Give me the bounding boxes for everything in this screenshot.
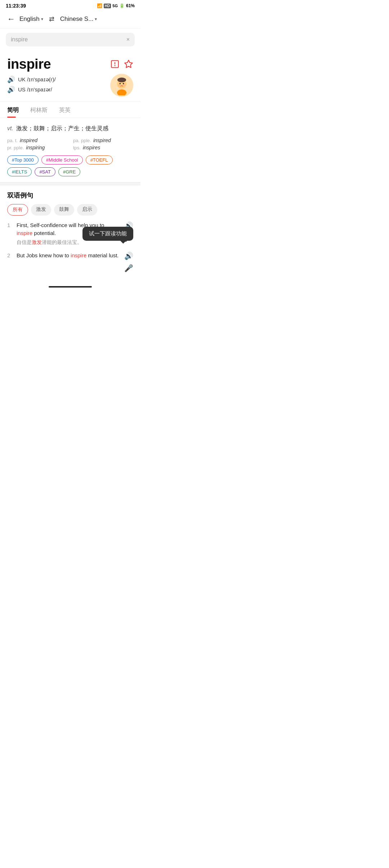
report-button[interactable] [110, 59, 120, 71]
word-forms: pa. t. inspired pa. pple. inspired pr. p… [7, 137, 133, 150]
source-lang-selector[interactable]: English ▾ [19, 15, 43, 23]
signal-icon: 5G [112, 4, 118, 8]
tab-jianming[interactable]: 简明 [7, 101, 26, 118]
example-1-en-after: potential. [32, 230, 56, 236]
example-filters: 所有 激发 鼓舞 启示 [7, 204, 133, 216]
examples-section: 双语例句 所有 激发 鼓舞 启示 1 First, Self-confidenc… [0, 185, 140, 284]
filter-all[interactable]: 所有 [7, 204, 28, 216]
tag-middle-school[interactable]: #Middle School [41, 155, 83, 164]
past-participle-value: inspired [93, 137, 111, 143]
word-avatar [110, 74, 133, 97]
meaning-text: 激发；鼓舞；启示；产生；使生灵感 [16, 125, 108, 131]
search-bar: × [6, 33, 135, 46]
target-lang-arrow: ▾ [95, 17, 97, 22]
status-bar: 11:23:39 📶 HD 5G 🔋 61% [0, 0, 140, 10]
part-of-speech: vt. [7, 125, 13, 131]
tag-toefl[interactable]: #TOEFL [86, 155, 113, 164]
third-person-value: inspires [83, 145, 100, 150]
third-person-label: tps. [73, 145, 81, 150]
past-tense-value: inspired [20, 137, 37, 143]
us-pron-text: US /ɪn'spaɪər/ [18, 86, 52, 93]
target-lang-selector[interactable]: Chinese S... ▾ [60, 15, 97, 23]
svg-point-10 [118, 84, 120, 86]
pronunciations: 🔊 UK /ɪn'spaɪə(r)/ 🔊 US /ɪn'spaɪər/ [7, 76, 56, 94]
example-2-en: But Jobs knew how to inspire material lu… [17, 252, 121, 260]
hd-badge: HD [104, 4, 111, 8]
example-2-en-after: material lust. [86, 252, 119, 258]
search-clear-button[interactable]: × [126, 36, 130, 43]
tooltip-text: 试一下跟读功能 [89, 230, 127, 236]
definition-tabs: 简明 柯林斯 英英 [0, 101, 140, 118]
status-time: 11:23:39 [6, 3, 26, 9]
tab-collins[interactable]: 柯林斯 [30, 101, 55, 118]
target-lang-label: Chinese S... [60, 15, 94, 23]
example-2-actions: 🔊 🎤 [124, 252, 133, 272]
example-1-zh-before: 自信是 [17, 239, 32, 245]
example-1-en-highlight: inspire [17, 230, 32, 236]
filter-inspire1[interactable]: 激发 [31, 204, 51, 216]
example-2-content: But Jobs knew how to inspire material lu… [17, 252, 121, 261]
example-2-en-highlight: inspire [71, 252, 86, 258]
example-2-audio-button[interactable]: 🔊 [124, 252, 133, 260]
past-participle-label: pa. pple. [73, 138, 91, 143]
past-tense-label: pa. t. [7, 138, 18, 143]
form-third-person: tps. inspires [73, 145, 133, 150]
wifi-icon: 📶 [97, 3, 102, 8]
svg-marker-3 [125, 60, 133, 68]
example-1-zh-highlight: 激发 [32, 239, 42, 245]
word-header: inspire 🔊 UK /ɪn'spaɪə(r)/ 🔊 US /ɪn'spaɪ… [7, 56, 133, 97]
present-participle-value: inspiring [26, 145, 45, 150]
bottom-bar [0, 284, 140, 291]
example-2-mic-button[interactable]: 🎤 [124, 264, 133, 272]
status-icons: 📶 HD 5G 🔋 61% [97, 3, 135, 8]
filter-inspire2[interactable]: 鼓舞 [54, 204, 74, 216]
svg-point-8 [119, 83, 121, 84]
us-pronunciation: 🔊 US /ɪn'spaɪər/ [7, 86, 56, 94]
definition-section: vt. 激发；鼓舞；启示；产生；使生灵感 pa. t. inspired pa.… [0, 118, 140, 182]
example-2-num: 2 [7, 252, 13, 258]
tab-english[interactable]: 英英 [59, 101, 78, 118]
favorite-button[interactable] [124, 59, 133, 71]
filter-inspire3[interactable]: 启示 [77, 204, 97, 216]
tag-sat[interactable]: #SAT [35, 167, 55, 176]
uk-audio-button[interactable]: 🔊 [7, 76, 15, 83]
example-2: 2 But Jobs knew how to inspire material … [7, 252, 133, 272]
back-button[interactable]: ← [6, 13, 17, 25]
uk-pron-text: UK /ɪn'spaɪə(r)/ [18, 76, 56, 83]
swap-languages-button[interactable]: ⇄ [49, 15, 54, 23]
battery-level: 61% [126, 3, 135, 8]
svg-point-7 [117, 78, 126, 82]
source-lang-arrow: ▾ [41, 17, 43, 22]
search-input[interactable] [11, 36, 126, 43]
home-indicator [49, 286, 92, 288]
form-present-participle: pr. pple. inspiring [7, 145, 67, 150]
battery-icon: 🔋 [119, 3, 125, 8]
us-audio-button[interactable]: 🔊 [7, 86, 15, 94]
svg-point-2 [115, 65, 115, 66]
svg-point-11 [124, 84, 126, 86]
word-actions [110, 59, 133, 71]
example-1-num: 1 [7, 222, 13, 228]
form-past-participle: pa. pple. inspired [73, 137, 133, 143]
example-2-en-before: But Jobs knew how to [17, 252, 71, 258]
examples-title: 双语例句 [7, 191, 133, 200]
pos-meaning-line: vt. 激发；鼓舞；启示；产生；使生灵感 [7, 124, 133, 133]
source-lang-label: English [19, 15, 40, 23]
uk-pronunciation: 🔊 UK /ɪn'spaɪə(r)/ [7, 76, 56, 83]
present-participle-label: pr. pple. [7, 145, 24, 150]
tag-top3000[interactable]: #Top 3000 [7, 155, 39, 164]
followread-tooltip: 试一下跟读功能 [82, 227, 133, 241]
form-past-tense: pa. t. inspired [7, 137, 67, 143]
word-tags: #Top 3000 #Middle School #TOEFL #IELTS #… [7, 155, 133, 176]
tag-ielts[interactable]: #IELTS [7, 167, 32, 176]
section-divider [0, 182, 140, 185]
nav-bar: ← English ▾ ⇄ Chinese S... ▾ [0, 10, 140, 28]
tab-list: 简明 柯林斯 英英 [0, 101, 140, 118]
word-title: inspire [7, 56, 56, 72]
svg-point-9 [123, 83, 124, 84]
word-section: inspire 🔊 UK /ɪn'spaɪə(r)/ 🔊 US /ɪn'spaɪ… [0, 51, 140, 101]
example-1-zh-after: 潜能的最佳法宝。 [42, 239, 82, 245]
tag-gre[interactable]: #GRE [58, 167, 80, 176]
